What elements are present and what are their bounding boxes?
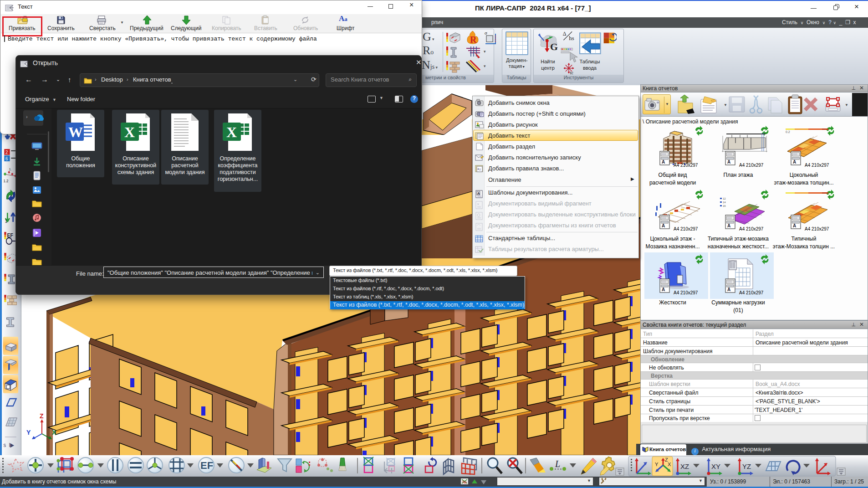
svg-text:Цокольный этаж -: Цокольный этаж - bbox=[650, 236, 695, 242]
svg-text:12: 12 bbox=[723, 197, 726, 200]
svg-text:План этажа: План этажа bbox=[724, 172, 753, 178]
svg-text:A4 210x297: A4 210x297 bbox=[674, 226, 698, 231]
svg-text:XY: XY bbox=[711, 462, 720, 470]
svg-text:Z: Z bbox=[40, 412, 44, 420]
svg-text:№: № bbox=[462, 480, 467, 484]
svg-text:A: A bbox=[477, 191, 480, 195]
svg-text:W: W bbox=[68, 124, 83, 140]
svg-text:hs: hs bbox=[569, 35, 574, 41]
svg-text:YZ: YZ bbox=[742, 462, 751, 470]
svg-text:X: X bbox=[124, 124, 135, 140]
svg-text:A4 210x297: A4 210x297 bbox=[805, 226, 829, 231]
svg-text:X: X bbox=[226, 124, 237, 140]
svg-text:R: R bbox=[470, 35, 477, 45]
svg-text:6: 6 bbox=[5, 156, 8, 161]
svg-text:σ: σ bbox=[485, 30, 487, 36]
svg-text:A4 210x297: A4 210x297 bbox=[739, 290, 764, 295]
svg-text:расчетной модели: расчетной модели bbox=[649, 180, 696, 186]
svg-text:Y: Y bbox=[26, 429, 31, 436]
svg-text:Типичный: Типичный bbox=[791, 236, 817, 242]
svg-text:tc: tc bbox=[570, 70, 574, 75]
svg-text:0.2: 0.2 bbox=[786, 130, 790, 134]
svg-text:2: 2 bbox=[5, 149, 8, 155]
svg-text:A4 210x297: A4 210x297 bbox=[674, 290, 698, 295]
svg-text:14: 14 bbox=[723, 201, 726, 204]
svg-text:A4 210x297: A4 210x297 bbox=[739, 163, 764, 168]
svg-text:1.2: 1.2 bbox=[4, 179, 9, 184]
svg-text:назначенных жесткост...: назначенных жесткост... bbox=[708, 243, 769, 250]
svg-text:Δ: Δ bbox=[563, 31, 567, 37]
svg-text:этаж-мозаика толщин...: этаж-мозаика толщин... bbox=[774, 180, 833, 186]
svg-text:Типичный этаж-мозаика: Типичный этаж-мозаика bbox=[708, 236, 769, 242]
svg-text:Y: Y bbox=[655, 462, 659, 467]
svg-text:1.: 1. bbox=[9, 167, 12, 172]
svg-text:16: 16 bbox=[723, 205, 726, 207]
svg-text:XZ: XZ bbox=[680, 462, 689, 470]
svg-text:Общий вид: Общий вид bbox=[659, 172, 687, 178]
svg-text:A4 210x297: A4 210x297 bbox=[805, 163, 829, 168]
svg-text:Жесткости: Жесткости bbox=[659, 299, 686, 306]
svg-text:Цокольный: Цокольный bbox=[790, 172, 818, 178]
svg-text:этаж-Мозаика толщин ...: этаж-Мозаика толщин ... bbox=[773, 243, 835, 250]
svg-text:X: X bbox=[52, 429, 56, 436]
svg-text:A4 210x297: A4 210x297 bbox=[739, 226, 764, 231]
svg-text:(01): (01) bbox=[733, 307, 743, 313]
svg-text:X: X bbox=[668, 462, 671, 467]
svg-text:G: G bbox=[550, 41, 558, 52]
svg-text:EF: EF bbox=[200, 460, 213, 471]
svg-text:Суммарные нагрузки: Суммарные нагрузки bbox=[711, 299, 765, 306]
svg-text:1: 1 bbox=[5, 218, 7, 224]
svg-text:A4 210x297: A4 210x297 bbox=[674, 163, 698, 168]
svg-text:EF: EF bbox=[7, 232, 13, 238]
svg-text:L: L bbox=[555, 459, 560, 469]
svg-text:±₂: ±₂ bbox=[477, 167, 481, 171]
svg-text:Мозаика назначенн...: Мозаика назначенн... bbox=[646, 243, 700, 250]
svg-text:s: s bbox=[4, 442, 6, 448]
svg-text:l▶: l▶ bbox=[9, 442, 15, 448]
